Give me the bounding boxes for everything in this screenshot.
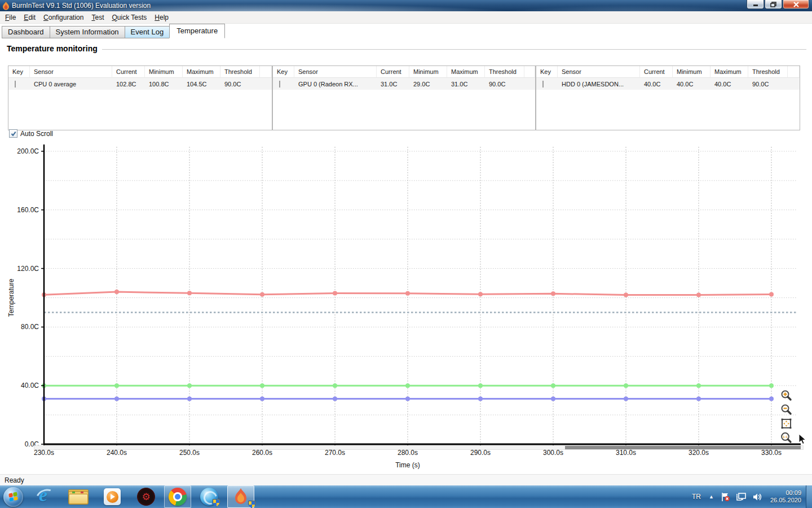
taskbar-chrome-button[interactable] xyxy=(164,485,191,508)
series-key-swatch xyxy=(279,81,280,87)
taskbar-driver-utility-icon[interactable]: ⚙ xyxy=(133,486,159,507)
col-maximum[interactable]: Maximum xyxy=(710,66,748,78)
status-text: Ready xyxy=(5,476,24,484)
svg-text:40.0C: 40.0C xyxy=(21,382,39,389)
chart-zoom-toolbar: 1:1 xyxy=(780,389,792,444)
svg-text:1:1: 1:1 xyxy=(783,435,788,439)
zoom-one-to-one-icon[interactable]: 1:1 xyxy=(780,431,792,444)
menu-help[interactable]: Help xyxy=(151,12,173,23)
temperature-chart[interactable]: 0.0C40.0C80.0C120.0C160.0C200.0C230.0s24… xyxy=(0,141,812,471)
sensor-maximum: 104.5C xyxy=(183,81,220,87)
zoom-in-icon[interactable] xyxy=(780,389,792,401)
chart-horizontal-scrollbar[interactable] xyxy=(34,445,804,450)
col-minimum[interactable]: Minimum xyxy=(409,66,447,78)
svg-text:250.0s: 250.0s xyxy=(179,449,200,457)
sensor-minimum: 100.8C xyxy=(145,81,183,87)
table-header: Key Sensor Current Minimum Maximum Thres… xyxy=(273,66,535,78)
taskbar-browser-security-icon[interactable] xyxy=(196,486,222,507)
tray-time: 00:09 xyxy=(770,489,801,497)
hidden-icons-caret-icon[interactable]: ▲ xyxy=(709,494,714,500)
taskbar-burnintest-button[interactable] xyxy=(227,485,254,508)
svg-text:80.0C: 80.0C xyxy=(21,323,39,331)
restore-button[interactable] xyxy=(765,0,782,9)
menu-edit[interactable]: Edit xyxy=(20,12,39,23)
sensor-maximum: 31.0C xyxy=(447,81,485,87)
col-sensor[interactable]: Sensor xyxy=(30,66,112,78)
col-minimum[interactable]: Minimum xyxy=(673,66,710,78)
taskbar-windows-explorer-icon[interactable] xyxy=(65,486,91,507)
svg-text:260.0s: 260.0s xyxy=(252,449,272,457)
uac-shield-icon xyxy=(248,501,255,508)
close-button[interactable] xyxy=(783,0,809,9)
tab-dashboard[interactable]: Dashboard xyxy=(2,26,50,38)
col-maximum[interactable]: Maximum xyxy=(183,66,220,78)
svg-text:200.0C: 200.0C xyxy=(17,147,39,155)
zoom-out-icon[interactable] xyxy=(780,403,792,415)
desktop: BurnInTest V9.1 Std (1006) Evaluation ve… xyxy=(0,0,812,508)
page-title: Temperature monitoring xyxy=(7,44,98,53)
network-icon[interactable] xyxy=(736,492,747,502)
svg-text:290.0s: 290.0s xyxy=(470,449,491,457)
auto-scroll-checkbox[interactable] xyxy=(9,129,17,138)
svg-text:280.0s: 280.0s xyxy=(398,449,418,457)
table-row[interactable]: CPU 0 average 102.8C 100.8C 104.5C 90.0C xyxy=(8,78,272,90)
svg-text:Temperature: Temperature xyxy=(7,278,15,317)
minimize-button[interactable] xyxy=(747,0,764,9)
taskbar-internet-explorer-icon[interactable]: e xyxy=(32,486,58,507)
scrollbar-thumb[interactable] xyxy=(565,446,801,449)
sensor-threshold: 90.0C xyxy=(485,81,524,87)
svg-text:270.0s: 270.0s xyxy=(325,449,345,457)
language-indicator[interactable]: TR xyxy=(692,493,701,501)
sensor-name: GPU 0 (Radeon RX... xyxy=(294,81,377,87)
col-current[interactable]: Current xyxy=(377,66,409,78)
burnintest-flame-icon xyxy=(234,488,248,505)
sensor-table-cpu: Key Sensor Current Minimum Maximum Thres… xyxy=(8,65,272,130)
table-row[interactable]: HDD 0 (JAMESDON... 40.0C 40.0C 40.0C 90.… xyxy=(536,78,800,90)
windows-logo-icon xyxy=(8,492,18,501)
tab-temperature[interactable]: Temperature xyxy=(169,24,225,38)
tab-system-information[interactable]: System Information xyxy=(50,26,125,38)
table-row[interactable]: GPU 0 (Radeon RX... 31.0C 29.0C 31.0C 90… xyxy=(273,78,535,90)
col-sensor[interactable]: Sensor xyxy=(294,66,377,78)
col-threshold[interactable]: Threshold xyxy=(748,66,788,78)
show-desktop-button[interactable] xyxy=(806,485,812,508)
col-key[interactable]: Key xyxy=(536,66,558,78)
series-key-swatch xyxy=(542,81,544,87)
action-center-flag-icon[interactable] xyxy=(721,492,730,502)
col-key[interactable]: Key xyxy=(273,66,294,78)
svg-text:120.0C: 120.0C xyxy=(17,265,39,273)
col-minimum[interactable]: Minimum xyxy=(145,66,183,78)
heading-rule xyxy=(102,49,806,50)
sensor-current: 102.8C xyxy=(112,81,145,87)
col-maximum[interactable]: Maximum xyxy=(447,66,485,78)
chrome-icon xyxy=(169,488,187,506)
volume-icon[interactable] xyxy=(752,492,762,502)
zoom-extents-icon[interactable] xyxy=(780,417,792,430)
sensor-name: HDD 0 (JAMESDON... xyxy=(558,81,640,87)
menubar: File Edit Configuration Test Quick Tests… xyxy=(0,11,812,24)
tab-event-log[interactable]: Event Log xyxy=(125,26,170,38)
series-key-swatch xyxy=(15,81,16,87)
col-threshold[interactable]: Threshold xyxy=(485,66,524,78)
taskbar: e ⚙ TR ▲ xyxy=(0,485,812,508)
col-threshold[interactable]: Threshold xyxy=(220,66,260,78)
chart-plot[interactable]: 0.0C40.0C80.0C120.0C160.0C200.0C230.0s24… xyxy=(0,141,812,471)
menu-quick-tests[interactable]: Quick Tests xyxy=(108,12,151,23)
svg-text:310.0s: 310.0s xyxy=(616,449,636,457)
menu-test[interactable]: Test xyxy=(87,12,108,23)
menu-configuration[interactable]: Configuration xyxy=(39,12,87,23)
table-header: Key Sensor Current Minimum Maximum Thres… xyxy=(536,66,800,78)
taskbar-media-player-icon[interactable] xyxy=(99,486,125,507)
tray-clock[interactable]: 00:09 26.05.2020 xyxy=(770,489,801,504)
col-current[interactable]: Current xyxy=(640,66,673,78)
sensor-name: CPU 0 average xyxy=(30,81,112,87)
menu-file[interactable]: File xyxy=(1,12,20,23)
system-tray: TR ▲ xyxy=(692,485,812,508)
start-button[interactable] xyxy=(3,487,23,507)
col-current[interactable]: Current xyxy=(112,66,145,78)
svg-text:240.0s: 240.0s xyxy=(107,449,127,457)
col-key[interactable]: Key xyxy=(8,66,30,78)
col-sensor[interactable]: Sensor xyxy=(558,66,640,78)
sensor-table-hdd: Key Sensor Current Minimum Maximum Thres… xyxy=(536,65,800,130)
table-header: Key Sensor Current Minimum Maximum Thres… xyxy=(8,66,272,78)
